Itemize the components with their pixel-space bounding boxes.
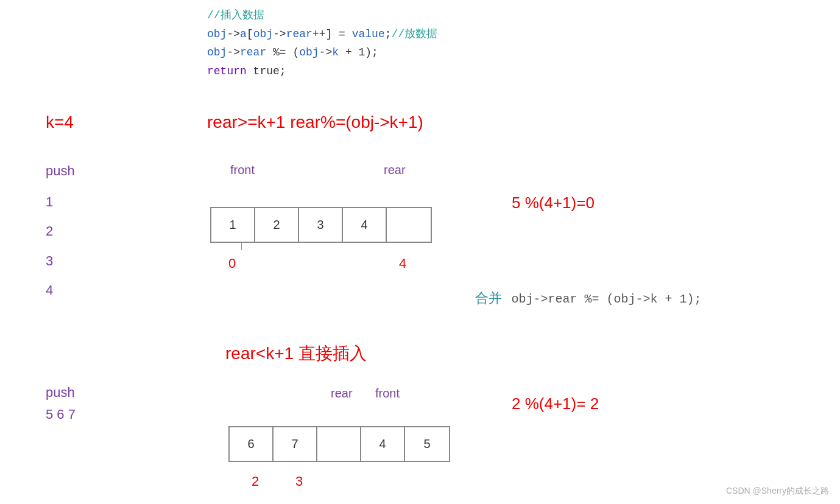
bcell-4: 5 bbox=[405, 427, 449, 461]
bcell-0: 6 bbox=[230, 427, 274, 461]
bcell-3: 4 bbox=[361, 427, 405, 461]
page-container: //插入数据 obj->a[obj->rear++] = value;//放数据… bbox=[0, 0, 840, 504]
k-label: k=4 bbox=[46, 113, 74, 132]
num-list-top: 1 2 3 4 bbox=[46, 187, 53, 306]
index-label-2: 2 bbox=[252, 474, 259, 489]
code-line1: obj->a[obj->rear++] = value;//放数据 bbox=[207, 25, 437, 44]
front-label-top: front bbox=[230, 163, 255, 177]
calc-top: 5 %(4+1)=0 bbox=[512, 194, 595, 212]
rear-label-bottom: rear bbox=[331, 387, 353, 401]
code-line2: obj->rear %= (obj->k + 1); bbox=[207, 43, 437, 62]
rear-label-top: rear bbox=[384, 163, 406, 177]
index-label-4: 4 bbox=[399, 256, 406, 271]
cell-0: 1 bbox=[211, 208, 255, 242]
cell-2: 3 bbox=[299, 208, 343, 242]
cell-4 bbox=[387, 208, 431, 242]
index-label-3: 3 bbox=[295, 474, 303, 489]
rear-small-condition: rear<k+1 直接插入 bbox=[225, 342, 367, 365]
merge-line: 合并 obj->rear %= (obj->k + 1); bbox=[475, 289, 702, 307]
rear-condition-top: rear>=k+1 rear%=(obj->k+1) bbox=[207, 113, 423, 132]
push-label-top: push bbox=[46, 163, 75, 179]
array-box-top: 1 2 3 4 bbox=[210, 207, 432, 243]
calc-bottom: 2 %(4+1)= 2 bbox=[512, 394, 599, 413]
cell-3: 4 bbox=[343, 208, 387, 242]
csdn-watermark: CSDN @Sherry的成长之路 bbox=[726, 486, 829, 497]
bcell-2 bbox=[317, 427, 361, 461]
front-label-bottom: front bbox=[375, 387, 400, 401]
bcell-1: 7 bbox=[274, 427, 317, 461]
cell-1: 2 bbox=[255, 208, 299, 242]
code-line3: return true; bbox=[207, 62, 437, 81]
code-comment-insert: //插入数据 bbox=[207, 6, 437, 25]
array-box-bottom: 6 7 4 5 bbox=[228, 426, 450, 462]
index-label-0: 0 bbox=[228, 256, 236, 271]
nums-bottom: 5 6 7 bbox=[46, 407, 76, 422]
tick-mark: | bbox=[239, 242, 244, 251]
code-section: //插入数据 obj->a[obj->rear++] = value;//放数据… bbox=[207, 6, 437, 80]
push-label-bottom: push bbox=[46, 385, 75, 401]
